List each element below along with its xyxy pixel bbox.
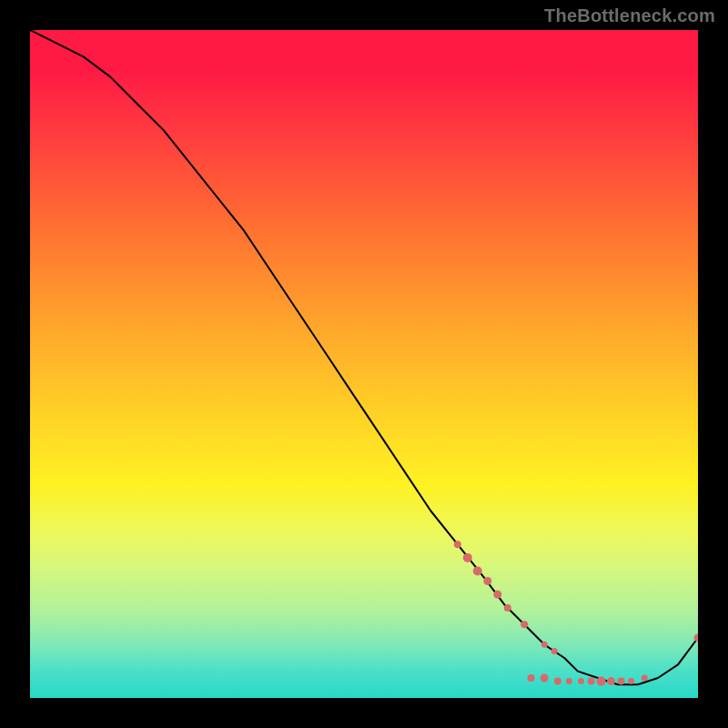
curve-line	[30, 30, 698, 684]
chart-overlay	[30, 30, 698, 698]
data-point	[528, 674, 535, 682]
data-point	[504, 604, 511, 612]
data-point	[578, 678, 584, 684]
data-point	[642, 675, 648, 682]
data-point	[554, 678, 561, 685]
plot-area	[30, 30, 698, 698]
data-point	[628, 678, 634, 684]
data-point	[566, 678, 572, 684]
data-point	[483, 577, 491, 585]
data-point	[473, 567, 482, 576]
data-point	[597, 677, 606, 686]
data-point	[454, 541, 461, 548]
data-point	[541, 674, 549, 682]
data-point	[521, 621, 528, 628]
data-point	[541, 642, 548, 648]
data-point	[493, 591, 501, 599]
data-point	[588, 678, 595, 685]
data-points	[454, 541, 698, 685]
data-point	[618, 678, 625, 685]
data-point	[607, 677, 615, 685]
data-point	[694, 633, 699, 642]
chart-stage: TheBottleneck.com	[0, 0, 728, 728]
data-point	[463, 553, 472, 562]
watermark-text: TheBottleneck.com	[544, 5, 715, 26]
data-point	[551, 648, 558, 654]
